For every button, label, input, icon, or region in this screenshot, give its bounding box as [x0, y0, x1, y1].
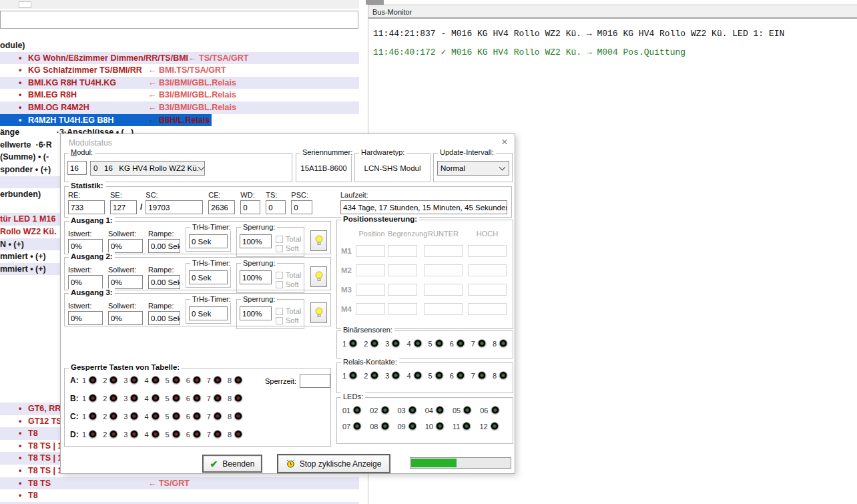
output-2-lamp-button[interactable]	[310, 266, 327, 287]
soft-checkbox[interactable]	[276, 245, 283, 252]
total-checkbox[interactable]	[276, 308, 283, 315]
bullet-icon: •	[19, 489, 28, 502]
taste-led-indicator	[151, 394, 160, 403]
stat-ce-label: CE:	[208, 191, 235, 199]
tree-row[interactable]: • BMI.EG R8H ← B3I/BMI/GBL.Relais	[0, 89, 359, 101]
sperrung-value[interactable]: 100%	[240, 306, 272, 320]
taste-number: 6	[186, 413, 190, 421]
m3-hoch-field[interactable]	[468, 284, 507, 296]
trhs-value[interactable]: 0 Sek	[189, 306, 228, 320]
ausgang-2-group: Ausgang 2: Istwert:0% Sollwert:0% Rampe:…	[64, 257, 331, 290]
stat-ts-value[interactable]: 0	[266, 200, 286, 214]
trhs-timer-box: TrHs-Timer:0 Sek	[186, 299, 231, 324]
m2-runter-field[interactable]	[424, 264, 463, 276]
m4-begrenzung-field[interactable]	[388, 303, 417, 315]
m3-position-field[interactable]	[356, 284, 385, 296]
stat-re-value[interactable]: 733	[68, 200, 105, 214]
total-checkbox[interactable]	[276, 236, 283, 243]
sollwert-value[interactable]: 0%	[108, 239, 143, 253]
trhs-value[interactable]: 0 Sek	[189, 270, 228, 284]
trhs-value[interactable]: 0 Sek	[189, 234, 228, 248]
stat-sc-value[interactable]: 19703	[146, 200, 203, 214]
seriennummer-value: 15A11B-8600	[296, 164, 351, 172]
sperrung-value[interactable]: 100%	[240, 234, 272, 248]
binaersensoren-label: Binärsensoren:	[341, 326, 394, 334]
m3-runter-field[interactable]	[424, 284, 463, 296]
m1-position-field[interactable]	[356, 245, 385, 257]
binaersensoren-group: Binärsensoren: 12345678	[336, 330, 513, 358]
laufzeit-value[interactable]: 434 Tage, 17 Stunden, 15 Minuten, 45 Sek…	[340, 200, 507, 214]
taste-number: 1	[82, 376, 86, 385]
sperrung-value[interactable]: 100%	[240, 270, 272, 284]
led-indicator	[380, 406, 390, 415]
taste-number: 4	[144, 431, 148, 439]
m4-position-field[interactable]	[356, 303, 385, 315]
m3-begrenzung-field[interactable]	[388, 284, 417, 296]
sperrzeit-input[interactable]	[300, 374, 330, 388]
tree-row[interactable]: • BMI.OG R4M2H ← B3I/BMI/GBL.Relais	[0, 101, 359, 114]
taste-item: 4	[144, 412, 160, 421]
m2-position-field[interactable]	[356, 264, 385, 276]
update-intervall-select[interactable]: Normal	[437, 161, 509, 176]
stat-psc-value[interactable]: 0	[291, 200, 312, 214]
total-checkbox[interactable]	[276, 272, 283, 279]
rampe-value[interactable]: 0.00 Sek	[148, 239, 180, 253]
tree-row[interactable]: • R4M2H TU4H.EG B8H ← B8H/L.Relais	[0, 114, 359, 127]
taste-led-indicator	[151, 376, 160, 385]
stop-cyclic-display-button[interactable]: Stop zyklische Anzeige	[278, 455, 390, 473]
sollwert-value[interactable]: 0%	[108, 311, 143, 325]
module-select[interactable]: 0 16 KG HV4 Rollo WZ2 Kü.	[90, 161, 205, 176]
module-number-input[interactable]: 16	[67, 161, 87, 175]
stat-wd-value[interactable]: 0	[240, 200, 260, 214]
beenden-button[interactable]: ✔ Beenden	[203, 455, 262, 472]
output-1-lamp-button[interactable]	[310, 230, 327, 251]
soft-checkbox[interactable]	[276, 317, 283, 324]
close-icon[interactable]: ×	[501, 136, 508, 149]
taste-led-indicator	[234, 412, 243, 421]
m4-hoch-field[interactable]	[468, 303, 507, 315]
taste-number: 8	[228, 431, 232, 439]
taste-number: 5	[166, 395, 170, 403]
m2-begrenzung-field[interactable]	[388, 264, 417, 276]
istwert-value[interactable]: 0%	[68, 275, 103, 289]
m1-begrenzung-field[interactable]	[388, 245, 417, 257]
filter-input[interactable]	[0, 11, 358, 29]
sensor-number: 3	[385, 340, 389, 348]
taste-item: 6	[186, 394, 202, 403]
col-hoch: HOCH	[467, 230, 508, 238]
taste-item: 3	[123, 376, 139, 385]
relais-kontakte-group: Relais-Kontakte: 12345678	[336, 362, 513, 393]
tree-row[interactable]: • T8	[0, 489, 359, 502]
istwert-value[interactable]: 0%	[68, 311, 103, 325]
soft-checkbox[interactable]	[276, 281, 283, 288]
m1-runter-field[interactable]	[424, 245, 463, 257]
m2-hoch-field[interactable]	[468, 264, 507, 276]
sollwert-value[interactable]: 0%	[108, 275, 143, 289]
bullet-icon: •	[19, 427, 28, 440]
splitter-grip[interactable]	[366, 0, 384, 5]
tree-row[interactable]: odule)	[0, 39, 359, 52]
bullet-icon: •	[19, 477, 28, 490]
tree-row[interactable]: • KG Wohn/Eßzimmer Dimmen/RR/TS/BMI ← TS…	[0, 52, 359, 65]
stat-ce-value[interactable]: 2636	[208, 200, 235, 214]
m1-hoch-field[interactable]	[468, 245, 507, 257]
led-item: 09	[398, 422, 417, 431]
rampe-value[interactable]: 0.00 Sek	[148, 311, 180, 325]
led-number: 10	[425, 423, 433, 431]
tree-row[interactable]: • KG Schlafzimmer TS/BMI/RR ← BMI.TS/TSA…	[0, 64, 359, 77]
relais-kontakte-label: Relais-Kontakte:	[341, 358, 399, 366]
rampe-value[interactable]: 0.00 Sek	[148, 275, 180, 289]
relais-item: 1	[342, 371, 358, 381]
taste-number: 4	[144, 376, 148, 385]
taste-led-indicator	[192, 394, 202, 403]
relais-led-indicator	[435, 371, 444, 381]
taste-number: 3	[123, 376, 127, 385]
col-begrenzung: Begrenzung	[388, 230, 420, 238]
m4-runter-field[interactable]	[424, 303, 463, 315]
stat-se-value[interactable]: 127	[110, 200, 137, 214]
module-name: T8 TS	[28, 477, 148, 490]
tree-row[interactable]: • T8 TS ← TS/GRT	[0, 477, 359, 490]
istwert-value[interactable]: 0%	[68, 239, 103, 253]
tree-row[interactable]: • BMI.KG R8H TU4H.KG ← B3I/BMI/GBL.Relai…	[0, 77, 359, 89]
output-3-lamp-button[interactable]	[310, 302, 327, 323]
